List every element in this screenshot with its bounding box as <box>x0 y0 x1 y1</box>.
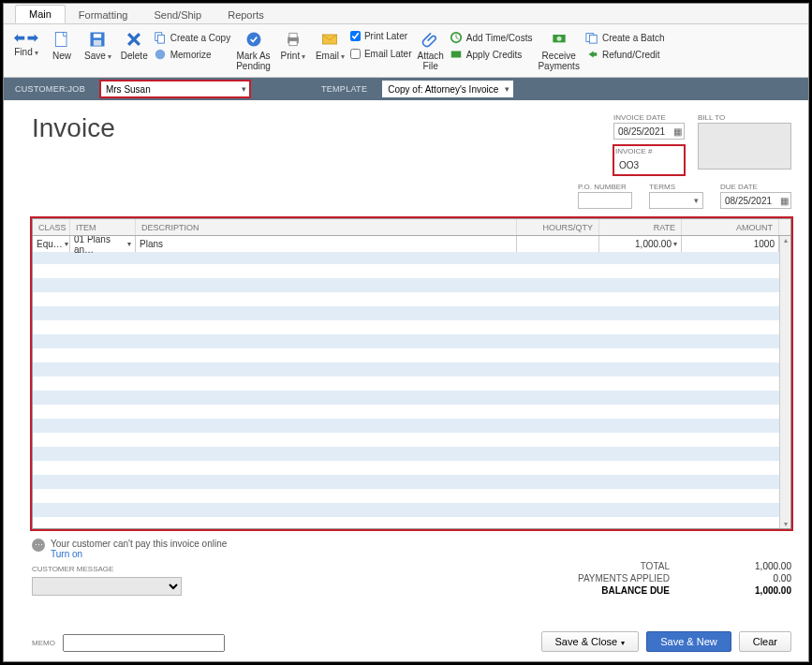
bill-to-label: BILL TO <box>698 113 791 122</box>
memorize-button[interactable]: Memorize <box>154 47 212 62</box>
print-later-checkbox[interactable]: Print Later <box>350 31 407 41</box>
print-later-label: Print Later <box>364 31 407 41</box>
tab-main[interactable]: Main <box>15 5 66 23</box>
email-button[interactable]: Email▾ <box>312 28 348 64</box>
invoice-num-input[interactable]: OO3 <box>615 156 681 173</box>
chevron-down-icon: ▾ <box>127 240 131 248</box>
table-row[interactable] <box>33 264 790 278</box>
add-time-costs-button[interactable]: Add Time/Costs <box>450 30 533 45</box>
due-date-value: 08/25/2021 <box>725 196 772 206</box>
table-row[interactable] <box>33 306 790 320</box>
col-class[interactable]: CLASS <box>33 219 70 235</box>
col-desc[interactable]: DESCRIPTION <box>136 219 517 235</box>
invoice-num-label: INVOICE # <box>615 147 683 155</box>
payments-applied-value: 0.00 <box>707 573 791 584</box>
attach-file-button[interactable]: Attach File <box>413 28 447 73</box>
clear-button[interactable]: Clear <box>739 631 791 652</box>
info-icon: ⋯ <box>32 539 45 552</box>
table-row[interactable] <box>33 391 790 405</box>
apply-credits-button[interactable]: Apply Credits <box>450 47 522 62</box>
invoice-header: Invoice INVOICE DATE 08/25/2021 ▦ INVOIC… <box>4 100 808 181</box>
table-row[interactable] <box>33 433 790 447</box>
save-close-button[interactable]: Save & Close▾ <box>541 631 640 652</box>
tab-bar: Main Formatting Send/Ship Reports <box>4 4 808 24</box>
table-row[interactable] <box>33 419 790 433</box>
tab-reports[interactable]: Reports <box>214 7 277 23</box>
table-row[interactable] <box>33 334 790 348</box>
delete-button[interactable]: Delete <box>117 28 152 63</box>
email-later-label: Email Later <box>364 49 412 59</box>
add-time-costs-label: Add Time/Costs <box>466 33 533 43</box>
chevron-down-icon: ▾ <box>694 196 699 205</box>
create-copy-label: Create a Copy <box>170 33 230 43</box>
table-row[interactable] <box>33 362 790 377</box>
email-label: Email <box>316 51 339 61</box>
due-date-input[interactable]: 08/25/2021 ▦ <box>720 192 791 209</box>
turn-on-link[interactable]: Turn on <box>51 549 82 559</box>
table-row[interactable] <box>33 320 790 334</box>
svg-rect-2 <box>94 34 101 37</box>
receive-payments-button[interactable]: Receive Payments <box>534 28 583 73</box>
customer-select[interactable]: Mrs Susan ▾ <box>100 81 250 97</box>
table-row[interactable] <box>33 278 790 292</box>
memo-input[interactable] <box>63 634 225 652</box>
chevron-down-icon: ▾ <box>505 84 509 94</box>
invoice-date-value: 08/25/2021 <box>618 126 665 137</box>
new-icon <box>52 30 71 49</box>
tab-formatting[interactable]: Formatting <box>66 7 141 23</box>
po-input[interactable] <box>578 192 632 209</box>
table-row[interactable] <box>33 461 790 475</box>
email-later-checkbox[interactable]: Email Later <box>350 49 412 59</box>
template-value: Copy of: Attorney's Invoice <box>388 84 498 95</box>
table-row[interactable] <box>33 250 790 264</box>
bill-to-box[interactable] <box>698 123 791 170</box>
find-button[interactable]: ⬅➡ Find▾ <box>9 28 43 60</box>
tab-sendship[interactable]: Send/Ship <box>140 7 214 23</box>
svg-rect-9 <box>289 33 297 37</box>
table-row[interactable] <box>33 405 790 419</box>
scroll-down-icon[interactable]: ▾ <box>784 520 788 528</box>
col-hours-qty[interactable]: HOURS/QTY <box>517 219 599 235</box>
table-row[interactable] <box>33 348 790 362</box>
chevron-down-icon: ▾ <box>242 84 246 94</box>
table-row[interactable] <box>33 503 790 517</box>
table-row[interactable] <box>33 377 790 391</box>
memorize-label: Memorize <box>170 50 212 60</box>
copy-icon <box>154 31 167 44</box>
scroll-up-icon[interactable]: ▴ <box>784 236 788 244</box>
ribbon-toolbar: ⬅➡ Find▾ New Save▾ Delete Create a Copy … <box>4 24 808 78</box>
pending-icon <box>244 30 263 49</box>
table-row[interactable] <box>33 489 790 503</box>
invoice-date-input[interactable]: 08/25/2021 ▦ <box>613 123 685 140</box>
vertical-scrollbar[interactable]: ▴▾ <box>779 236 790 528</box>
batch-icon <box>585 31 598 44</box>
table-row[interactable]: Equ…▾ 01 Plans an…▾ Plans 1,000.00▾ 1000 <box>33 236 790 250</box>
table-row[interactable] <box>33 475 790 489</box>
terms-select[interactable]: ▾ <box>649 192 703 209</box>
nav-next-icon[interactable]: ➡ <box>27 30 38 45</box>
template-select[interactable]: Copy of: Attorney's Invoice ▾ <box>382 81 513 97</box>
mark-pending-button[interactable]: Mark As Pending <box>232 28 274 73</box>
create-batch-button[interactable]: Create a Batch <box>585 30 665 45</box>
save-label: Save <box>84 51 106 61</box>
refund-credit-button[interactable]: Refund/Credit <box>585 47 660 62</box>
save-button[interactable]: Save▾ <box>81 28 115 64</box>
new-button[interactable]: New <box>45 28 79 63</box>
save-new-button[interactable]: Save & New <box>646 631 731 652</box>
nav-prev-icon[interactable]: ⬅ <box>14 30 25 45</box>
create-copy-button[interactable]: Create a Copy <box>154 30 230 45</box>
col-rate[interactable]: RATE <box>599 219 682 235</box>
svg-rect-3 <box>94 40 101 46</box>
table-row[interactable] <box>33 447 790 461</box>
print-button[interactable]: Print▾ <box>276 28 310 64</box>
calendar-icon[interactable]: ▦ <box>780 196 789 206</box>
table-row[interactable] <box>33 292 790 306</box>
calendar-icon[interactable]: ▦ <box>673 126 682 137</box>
customer-message-select[interactable] <box>32 577 182 596</box>
col-item[interactable]: ITEM <box>70 219 136 235</box>
col-amount[interactable]: AMOUNT <box>682 219 779 235</box>
apply-credits-label: Apply Credits <box>466 50 522 60</box>
invoice-window: Main Formatting Send/Ship Reports ⬅➡ Fin… <box>3 3 809 662</box>
page-title: Invoice <box>32 113 595 143</box>
payments-applied-label: PAYMENTS APPLIED <box>557 573 670 584</box>
